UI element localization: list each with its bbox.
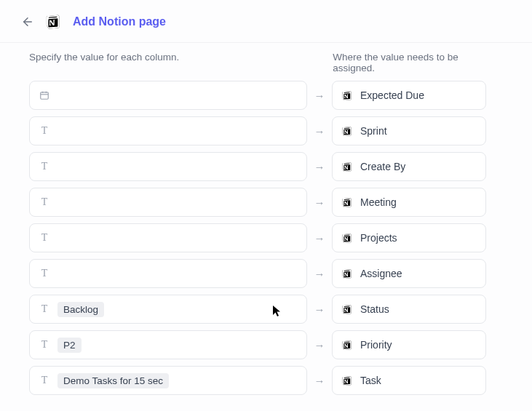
mapping-row: T→Create By [29,152,503,181]
mapping-row: T→Sprint [29,116,503,145]
text-type-icon: T [39,196,50,208]
notion-icon [341,125,353,137]
target-field[interactable]: Meeting [332,188,486,217]
text-type-icon: T [39,303,50,315]
page-header: Add Notion page [0,0,532,43]
page-title: Add Notion page [73,15,166,28]
target-field[interactable]: Status [332,295,486,324]
notion-icon [341,232,353,244]
text-type-icon: T [39,339,50,351]
target-field[interactable]: Priority [332,330,486,359]
value-input[interactable]: TP2 [29,330,307,359]
arrow-right-icon: → [307,232,332,244]
notion-icon [341,161,353,172]
value-input[interactable]: TBacklog [29,295,307,324]
target-field[interactable]: Expected Due [332,81,486,110]
target-field[interactable]: Sprint [332,116,486,145]
target-label: Projects [360,232,397,244]
value-chip: Backlog [57,302,104,317]
notion-icon [341,196,353,208]
target-field[interactable]: Task [332,366,486,395]
value-chip: P2 [57,338,82,353]
target-label: Priority [360,339,392,351]
notion-icon [45,13,63,31]
notion-icon [341,375,353,386]
arrow-right-icon: → [307,339,332,351]
mapping-row: TDemo Tasks for 15 sec→Task [29,366,503,395]
target-label: Assignee [360,268,402,279]
mapping-row: T→Meeting [29,188,503,217]
mapping-row: T→Projects [29,223,503,252]
target-label: Sprint [360,125,387,137]
mapping-form: Specify the value for each column. Where… [0,43,532,411]
value-input[interactable]: T [29,223,307,252]
target-label: Meeting [360,196,397,208]
arrow-right-icon: → [307,89,332,102]
arrow-right-icon: → [307,125,332,137]
arrow-right-icon: → [307,375,332,387]
target-label: Task [360,375,381,386]
value-input[interactable] [29,81,307,110]
svg-rect-1 [41,92,49,99]
mapping-row: →Expected Due [29,81,503,110]
target-label: Create By [360,161,405,172]
target-label: Expected Due [360,89,424,101]
target-label: Status [360,303,389,315]
arrow-right-icon: → [307,303,332,316]
left-column-header: Specify the value for each column. [29,52,312,63]
notion-icon [341,303,353,315]
back-arrow-icon[interactable] [20,15,35,29]
target-field[interactable]: Assignee [332,259,486,288]
text-type-icon: T [39,375,50,386]
arrow-right-icon: → [307,268,332,280]
mapping-row: TBacklog→Status [29,295,503,324]
arrow-right-icon: → [307,161,332,173]
notion-icon [341,268,353,279]
right-column-header: Where the value needs to be assigned. [333,52,503,73]
mapping-row: TP2→Priority [29,330,503,359]
calendar-icon [39,89,50,101]
value-input[interactable]: T [29,152,307,181]
target-field[interactable]: Create By [332,152,486,181]
value-input[interactable]: T [29,259,307,288]
notion-icon [341,339,353,351]
arrow-right-icon: → [307,196,332,209]
notion-icon [341,89,353,101]
value-input[interactable]: T [29,188,307,217]
value-input[interactable]: TDemo Tasks for 15 sec [29,366,307,395]
value-chip: Demo Tasks for 15 sec [57,373,169,388]
text-type-icon: T [39,232,50,244]
target-field[interactable]: Projects [332,223,486,252]
text-type-icon: T [39,161,50,172]
mapping-row: T→Assignee [29,259,503,288]
text-type-icon: T [39,268,50,279]
value-input[interactable]: T [29,116,307,145]
text-type-icon: T [39,125,50,137]
